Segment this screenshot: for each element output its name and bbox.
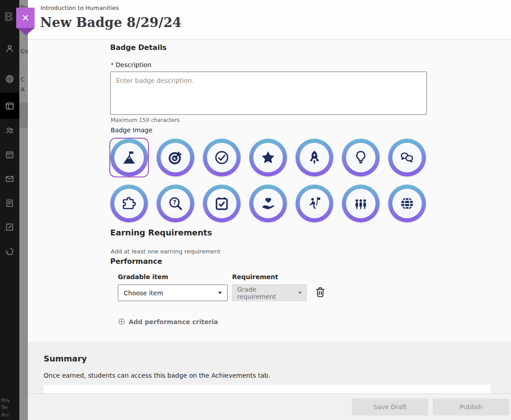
globe-nav-icon [4,74,15,84]
backdrop-divider [19,61,28,61]
sidebar-item-messages[interactable] [4,174,15,184]
backdrop-text-fragment: Co [21,48,28,54]
app-sidebar: B Priv Ter Acc [0,0,19,420]
breadcrumb: Introduction to Humanities [40,5,119,11]
sidebar-item-history[interactable] [4,246,15,257]
add-performance-criteria-button[interactable]: Add performance criteria [118,318,218,325]
requirement-label: Requirement [232,273,278,280]
earning-helper-text: Add at least one earning requirement [111,248,220,255]
sidebar-item-documents[interactable] [4,198,15,208]
badge-option-lightbulb[interactable] [342,139,380,176]
calendar-check-icon [207,189,237,218]
sidebar-footer-links: Priv Ter Acc [1,398,10,417]
panel-footer: Save Draft Publish [28,393,511,420]
dimmed-page-backdrop: hu Co C A [19,0,28,420]
badge-gradient-ring [249,139,287,176]
summary-heading: Summary [44,354,87,363]
history-icon [4,246,15,257]
badge-gradient-ring [296,139,333,176]
save-draft-button[interactable]: Save Draft [352,398,428,415]
summary-text: Once earned, students can access this ba… [44,372,270,379]
groups-icon [4,125,15,135]
badge-gradient-ring [203,139,241,176]
badge-details-heading: Badge Details [110,43,166,52]
badge-option-calendar-check[interactable] [203,185,241,222]
gradable-item-select[interactable]: Choose item [118,285,228,301]
description-input[interactable] [110,72,427,115]
star-icon [253,143,283,172]
badge-gradient-ring [342,185,380,222]
grades-icon [4,222,15,232]
requirement-value: Grade requirement [237,286,295,300]
badge-option-team[interactable] [342,185,380,222]
delete-requirement-button[interactable] [314,286,327,299]
rocket-icon [300,143,329,172]
sidebar-item-calendar-grid[interactable] [4,149,15,160]
backdrop-text-fragment: C [21,76,25,83]
badge-gradient-ring [110,139,148,176]
messages-icon [4,174,15,184]
team-icon [346,189,376,218]
summary-section: Summary Once earned, students can access… [28,342,511,393]
sidebar-item-groups[interactable] [4,125,15,135]
badge-option-runner-flag[interactable] [296,185,333,222]
badge-option-search-question[interactable] [157,185,194,222]
globe-icon [392,189,422,218]
profile-icon [4,43,15,54]
badge-option-puzzle-piece[interactable] [110,185,148,222]
badge-option-chat-bubbles[interactable] [388,139,426,176]
badge-image-grid [110,139,427,222]
badge-option-mountain-flag[interactable] [110,139,148,176]
publish-button[interactable]: Publish [433,398,509,415]
page-title: New Badge 8/29/24 [40,15,182,30]
screen: B Priv Ter Acc hu Co C A Introduction to… [0,0,511,420]
chevron-down-icon [218,292,222,294]
badge-gradient-ring [388,185,426,222]
description-helper-text: Maximum 150 characters [111,117,179,123]
close-panel-button[interactable]: ✕ [16,8,35,28]
requirement-select[interactable]: Grade requirement [232,285,307,301]
summary-input[interactable] [44,385,491,393]
mountain-flag-icon [114,143,144,172]
check-circle-icon [207,143,237,172]
description-label: *Description [111,61,152,68]
new-badge-panel: Introduction to Humanities New Badge 8/2… [28,0,511,420]
close-icon: ✕ [22,13,30,23]
badge-option-rocket[interactable] [296,139,333,176]
badge-gradient-ring [110,185,148,222]
badge-option-hand-heart[interactable] [249,185,287,222]
badge-option-target-arrow[interactable] [157,139,194,176]
circle-plus-icon [118,318,126,325]
performance-heading: Performance [110,257,162,266]
hand-heart-icon [253,189,283,218]
brand-logo: B [4,10,13,24]
badge-gradient-ring [157,185,194,222]
sidebar-item-course-card[interactable] [4,101,15,111]
badge-gradient-ring [388,139,426,176]
sidebar-item-grades[interactable] [4,222,15,232]
privacy-link[interactable]: Priv [1,398,10,403]
puzzle-piece-icon [114,189,144,218]
badge-image-label: Badge Image [111,126,152,134]
lightbulb-icon [346,143,376,172]
terms-link[interactable]: Ter [1,405,10,410]
accessibility-link[interactable]: Acc [1,412,10,417]
chevron-down-icon [298,292,302,294]
badge-option-star[interactable] [249,139,287,176]
course-card-icon [4,101,15,111]
sidebar-item-profile[interactable] [4,43,15,54]
sidebar-item-globe-nav[interactable] [4,74,15,84]
badge-option-globe[interactable] [388,185,426,222]
add-performance-criteria-label: Add performance criteria [129,318,218,325]
backdrop-text-fragment: A [21,86,25,93]
search-question-icon [161,189,190,218]
badge-gradient-ring [249,185,287,222]
target-arrow-icon [161,143,190,172]
gradable-item-label: Gradable item [118,273,168,280]
badge-option-check-circle[interactable] [203,139,241,176]
documents-icon [4,198,15,208]
chat-bubbles-icon [392,143,422,172]
runner-flag-icon [300,189,329,218]
gradable-item-value: Choose item [124,289,163,297]
badge-gradient-ring [203,185,241,222]
